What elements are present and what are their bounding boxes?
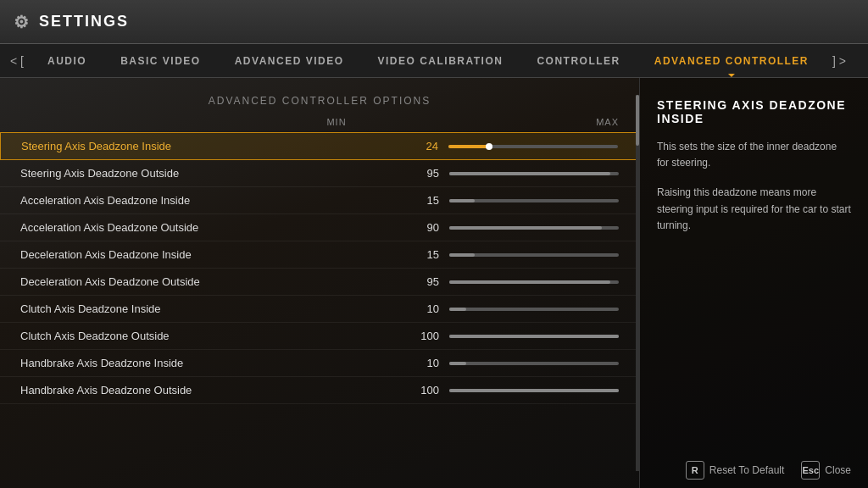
close-label: Close — [825, 464, 851, 476]
scroll-thumb[interactable] — [636, 95, 639, 146]
setting-value: 24 — [404, 140, 438, 152]
tab-controller[interactable]: CONTROLLER — [520, 44, 637, 77]
col-max-header: MAX — [585, 117, 619, 127]
panel-title: ADVANCED CONTROLLER OPTIONS — [0, 95, 639, 107]
setting-bar[interactable] — [449, 199, 619, 202]
tab-basic-video[interactable]: BASIC VIDEO — [103, 44, 218, 77]
setting-row[interactable]: Steering Axis Deadzone Outside 95 — [0, 160, 639, 187]
settings-list: Steering Axis Deadzone Inside 24 Steerin… — [0, 132, 639, 404]
bar-fill — [449, 226, 602, 230]
footer: R Reset To Default Esc Close — [686, 461, 851, 480]
setting-name: Deceleration Axis Deadzone Outside — [20, 275, 405, 288]
setting-row[interactable]: Handbrake Axis Deadzone Outside 100 — [0, 377, 639, 404]
setting-bar[interactable] — [448, 145, 618, 148]
setting-row[interactable]: Steering Axis Deadzone Inside 24 — [0, 132, 639, 160]
bar-fill — [449, 172, 610, 175]
bar-fill — [449, 253, 475, 257]
setting-row[interactable]: Handbrake Axis Deadzone Inside 10 — [0, 350, 639, 377]
setting-row[interactable]: Acceleration Axis Deadzone Outside 90 — [0, 214, 639, 241]
setting-value: 10 — [405, 302, 439, 315]
setting-name: Deceleration Axis Deadzone Inside — [20, 248, 405, 261]
scroll-track[interactable] — [636, 95, 639, 471]
info-paragraph-1: This sets the size of the inner deadzone… — [657, 139, 851, 171]
bar-fill — [449, 199, 475, 202]
setting-row[interactable]: Deceleration Axis Deadzone Inside 15 — [0, 241, 639, 269]
setting-name: Steering Axis Deadzone Inside — [21, 140, 404, 152]
bar-fill — [449, 389, 619, 392]
setting-name: Steering Axis Deadzone Outside — [20, 167, 405, 180]
settings-title: ⚙ SETTINGS — [14, 12, 129, 32]
setting-name: Clutch Axis Deadzone Outside — [20, 330, 405, 342]
tab-advanced-controller[interactable]: ADVANCED CONTROLLER — [637, 44, 826, 77]
setting-value: 100 — [405, 384, 439, 396]
setting-bar[interactable] — [449, 172, 619, 175]
tab-advanced-video[interactable]: ADVANCED VIDEO — [218, 44, 361, 77]
setting-name: Handbrake Axis Deadzone Outside — [20, 384, 405, 396]
nav-next-arrow[interactable]: ] > — [826, 44, 853, 77]
bar-thumb — [486, 143, 492, 150]
bar-fill — [449, 308, 466, 311]
bar-fill — [448, 145, 489, 148]
setting-name: Acceleration Axis Deadzone Inside — [20, 194, 405, 207]
nav-prev-arrow[interactable]: < [ — [3, 44, 31, 77]
info-paragraph-2: Raising this deadzone means more steerin… — [657, 185, 851, 234]
col-headers: MIN MAX — [0, 117, 639, 132]
setting-bar[interactable] — [449, 280, 619, 284]
setting-bar[interactable] — [449, 335, 619, 338]
setting-row[interactable]: Acceleration Axis Deadzone Inside 15 — [0, 187, 639, 214]
setting-value: 90 — [405, 221, 439, 234]
setting-bar[interactable] — [449, 253, 619, 257]
page-title: SETTINGS — [39, 13, 129, 30]
bar-fill — [449, 280, 610, 284]
reset-key-badge: R — [686, 461, 704, 480]
bar-fill — [449, 362, 466, 365]
info-panel: STEERING AXIS DEADZONE INSIDE This sets … — [639, 78, 868, 488]
header: ⚙ SETTINGS — [0, 0, 868, 44]
info-title: STEERING AXIS DEADZONE INSIDE — [657, 98, 851, 125]
tab-audio[interactable]: AUDIO — [31, 44, 103, 77]
setting-value: 100 — [405, 330, 439, 342]
setting-bar[interactable] — [449, 308, 619, 311]
col-min-header: MIN — [311, 117, 362, 127]
setting-value: 15 — [405, 194, 439, 207]
setting-bar[interactable] — [449, 389, 619, 392]
setting-bar[interactable] — [449, 362, 619, 365]
setting-row[interactable]: Clutch Axis Deadzone Outside 100 — [0, 323, 639, 350]
main-content: ADVANCED CONTROLLER OPTIONS MIN MAX Stee… — [0, 78, 868, 488]
nav-tabs: < [ AUDIO BASIC VIDEO ADVANCED VIDEO VID… — [0, 44, 868, 78]
setting-value: 95 — [405, 167, 439, 180]
setting-row[interactable]: Deceleration Axis Deadzone Outside 95 — [0, 269, 639, 296]
setting-bar[interactable] — [449, 226, 619, 230]
tab-video-calibration[interactable]: VIDEO CALIBRATION — [360, 44, 520, 77]
close-key-badge: Esc — [801, 461, 820, 480]
reset-label: Reset To Default — [709, 464, 785, 476]
setting-value: 95 — [405, 275, 439, 288]
setting-name: Clutch Axis Deadzone Inside — [20, 302, 405, 315]
bar-fill — [449, 335, 619, 338]
setting-value: 10 — [405, 357, 439, 369]
setting-name: Acceleration Axis Deadzone Outside — [20, 221, 405, 234]
settings-panel: ADVANCED CONTROLLER OPTIONS MIN MAX Stee… — [0, 78, 639, 488]
setting-row[interactable]: Clutch Axis Deadzone Inside 10 — [0, 296, 639, 323]
gear-icon: ⚙ — [14, 12, 31, 32]
close-button[interactable]: Esc Close — [801, 461, 851, 480]
setting-name: Handbrake Axis Deadzone Inside — [20, 357, 405, 369]
reset-button[interactable]: R Reset To Default — [686, 461, 785, 480]
setting-value: 15 — [405, 248, 439, 261]
